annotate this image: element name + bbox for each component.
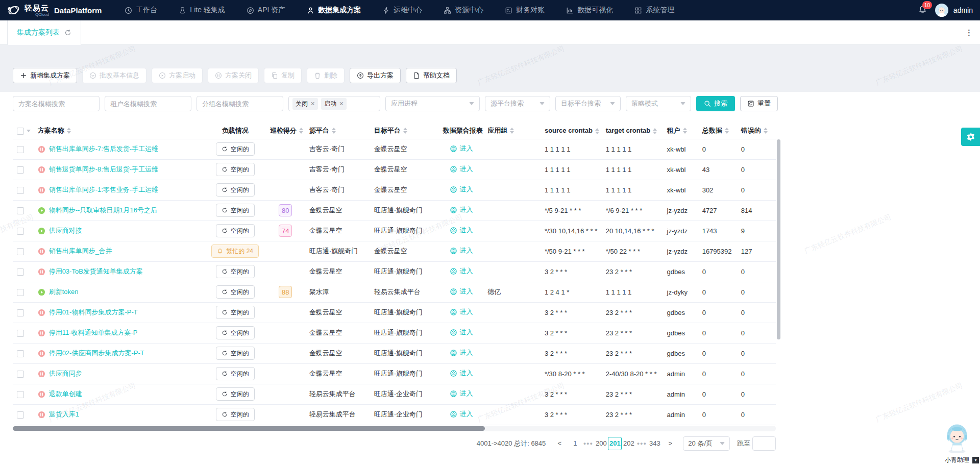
load-status-button[interactable]: 繁忙的 24 <box>211 244 259 258</box>
prev-page-button[interactable]: < <box>553 436 566 451</box>
page-number-button[interactable]: 202 <box>622 436 635 451</box>
plan-name-link[interactable]: 销售出库单同步-7:售后发货-手工运维 <box>49 144 159 154</box>
plan-name-link[interactable]: 刷新token <box>49 287 79 297</box>
plan-name-link[interactable]: 停用11-收料通知单集成方案-P <box>49 328 138 337</box>
load-status-button[interactable]: 空闲的 <box>216 204 255 217</box>
row-checkbox[interactable] <box>17 268 24 276</box>
horizontal-scrollbar[interactable] <box>13 426 776 431</box>
select-all-checkbox[interactable] <box>17 128 24 135</box>
more-pages-icon[interactable]: ●●● <box>582 441 594 446</box>
filter-select[interactable]: 源平台搜索 <box>485 96 550 111</box>
nav-item-clock[interactable]: 工作台 <box>114 0 168 20</box>
row-checkbox[interactable] <box>17 248 24 255</box>
report-enter-link[interactable]: 进入 <box>450 266 473 276</box>
plan-name-link[interactable]: 销售出库单同步_合并 <box>49 247 112 256</box>
row-checkbox[interactable] <box>17 207 24 214</box>
page-number-button[interactable]: 200 <box>594 436 608 451</box>
brand[interactable]: 轻易云 QCloud DataPlatform <box>6 3 102 18</box>
plan-name-link[interactable]: 退款单创建 <box>49 389 82 399</box>
nav-item-ledger[interactable]: 财务对账 <box>494 0 555 20</box>
load-status-button[interactable]: 空闲的 <box>216 142 255 156</box>
filter-text-input[interactable] <box>13 96 100 111</box>
toolbar-button[interactable]: 新增集成方案 <box>13 68 77 83</box>
row-checkbox[interactable] <box>17 187 24 194</box>
plan-name-link[interactable]: 销售退货单同步-8:售后退货-手工运维 <box>49 165 159 174</box>
jump-to-input[interactable] <box>752 436 776 451</box>
column-header[interactable]: 总数据 <box>698 123 737 139</box>
load-status-button[interactable]: 空闲的 <box>216 224 255 237</box>
load-status-button[interactable]: 空闲的 <box>216 367 255 380</box>
load-status-button[interactable]: 空闲的 <box>216 408 255 421</box>
avatar[interactable] <box>935 4 948 17</box>
nav-item-person[interactable]: 数据集成方案 <box>296 0 372 20</box>
plan-name-link[interactable]: 停用03-ToB发货通知单集成方案 <box>49 267 143 276</box>
reset-button[interactable]: 重置 <box>740 96 778 111</box>
column-header[interactable]: 租户 <box>663 123 698 139</box>
sort-icons[interactable] <box>403 128 407 134</box>
sort-icons[interactable] <box>299 128 303 134</box>
sort-icons[interactable] <box>725 128 729 134</box>
tab-integration-plan-list[interactable]: 集成方案列表 <box>7 20 81 45</box>
sort-icons[interactable] <box>653 128 657 134</box>
sort-icons[interactable] <box>332 128 336 134</box>
username[interactable]: admin <box>953 6 973 14</box>
plan-name-link[interactable]: 物料同步--只取审核日期1月16号之后 <box>49 206 157 215</box>
plan-name-link[interactable]: 退货入库1 <box>49 410 79 419</box>
sort-icons[interactable] <box>510 128 514 134</box>
assistant-mascot-image[interactable] <box>941 448 973 455</box>
column-header[interactable]: 应用组 <box>483 123 541 139</box>
plan-name-link[interactable]: 供应商对接 <box>49 226 82 235</box>
report-enter-link[interactable]: 进入 <box>450 348 473 357</box>
column-header[interactable]: target crontab <box>602 123 663 139</box>
column-header[interactable]: 方案名称 <box>34 123 205 139</box>
status-filter-multiselect[interactable]: 关闭✕启动✕ <box>288 96 380 111</box>
search-button[interactable]: 搜索 <box>696 96 735 111</box>
load-status-button[interactable]: 空闲的 <box>216 265 255 278</box>
assistant-widget[interactable]: 小青助理 ▾ <box>935 422 979 465</box>
report-enter-link[interactable]: 进入 <box>450 409 473 419</box>
column-header[interactable]: source crontab <box>541 123 602 139</box>
column-header[interactable]: 巡检得分 <box>266 123 305 139</box>
filter-text-input[interactable] <box>197 96 283 111</box>
row-checkbox[interactable] <box>17 411 24 419</box>
report-enter-link[interactable]: 进入 <box>450 369 473 378</box>
column-header[interactable]: 错误的 <box>737 123 776 139</box>
load-status-button[interactable]: 空闲的 <box>216 387 255 401</box>
load-status-button[interactable]: 空闲的 <box>216 183 255 197</box>
next-page-button[interactable]: > <box>664 436 677 451</box>
filter-select[interactable]: 应用进程 <box>385 96 480 111</box>
report-enter-link[interactable]: 进入 <box>450 328 473 337</box>
load-status-button[interactable]: 空闲的 <box>216 285 255 299</box>
column-header[interactable]: 源平台 <box>305 123 370 139</box>
toolbar-button[interactable]: 导出方案 <box>350 68 401 83</box>
sort-icons[interactable] <box>764 128 768 134</box>
sort-icons[interactable] <box>67 128 71 134</box>
report-enter-link[interactable]: 进入 <box>450 144 473 153</box>
load-status-button[interactable]: 空闲的 <box>216 326 255 339</box>
row-checkbox[interactable] <box>17 371 24 378</box>
notifications-button[interactable]: 10 <box>918 5 927 15</box>
load-status-button[interactable]: 空闲的 <box>216 306 255 319</box>
nav-item-api[interactable]: API 资产 <box>236 0 296 20</box>
report-enter-link[interactable]: 进入 <box>450 307 473 316</box>
report-enter-link[interactable]: 进入 <box>450 389 473 398</box>
close-icon[interactable]: ✕ <box>339 101 344 107</box>
chevron-down-icon[interactable] <box>27 130 31 132</box>
report-enter-link[interactable]: 进入 <box>450 226 473 235</box>
filter-select[interactable]: 目标平台搜索 <box>555 96 621 111</box>
report-enter-link[interactable]: 进入 <box>450 205 473 214</box>
close-icon[interactable]: ✕ <box>310 101 315 107</box>
horizontal-scrollbar-thumb[interactable] <box>13 426 485 431</box>
column-settings-button[interactable] <box>961 128 980 146</box>
filter-select[interactable]: 策略模式 <box>626 96 691 111</box>
more-pages-icon[interactable]: ●●● <box>635 441 648 446</box>
row-checkbox[interactable] <box>17 391 24 398</box>
more-options-icon[interactable]: ⋮ <box>965 28 973 37</box>
row-checkbox[interactable] <box>17 330 24 337</box>
toolbar-button[interactable]: 帮助文档 <box>406 68 457 83</box>
vertical-scrollbar-thumb[interactable] <box>777 139 780 339</box>
plan-name-link[interactable]: 供应商同步 <box>49 369 82 378</box>
row-checkbox[interactable] <box>17 166 24 174</box>
page-number-button[interactable]: 1 <box>568 436 582 451</box>
sort-icons[interactable] <box>595 128 599 134</box>
